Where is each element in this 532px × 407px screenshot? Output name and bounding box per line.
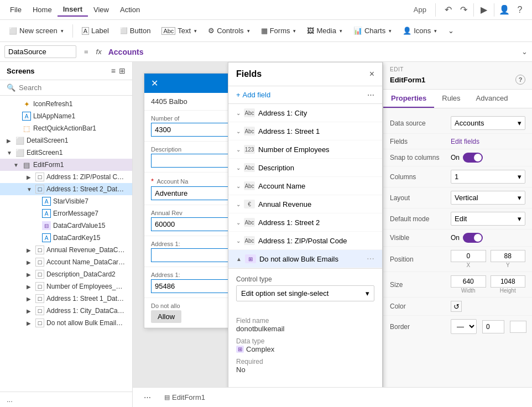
button-button[interactable]: ⬜ Button — [116, 24, 155, 37]
field-item-do-not-allow-bulk[interactable]: ▲ ⊞ Do not allow Bulk Emails ⋯ — [228, 250, 382, 268]
field-item-account-name[interactable]: ⌄ Abc Account Name — [228, 177, 382, 195]
sidebar-item-description[interactable]: ▶ □ Description_DataCard2 — [0, 268, 132, 280]
sidebar-item-datacardvalue15[interactable]: ⊟ DataCardValue15 — [0, 220, 132, 232]
sidebar-item-address-city[interactable]: ▶ □ Address 1: City_DataCard2 — [0, 305, 132, 317]
fields-panel: Fields × + Add field ⋯ ⌄ Abc Address 1: … — [228, 62, 383, 407]
snap-toggle-switch[interactable] — [463, 153, 483, 163]
text-button[interactable]: Abc Text ▾ — [157, 24, 201, 37]
canvas-address1-input[interactable] — [151, 248, 228, 262]
layout-select[interactable]: Vertical ▾ — [451, 191, 525, 205]
visible-toggle[interactable]: On — [451, 233, 525, 243]
bottom-editform-button[interactable]: ▤ EditForm1 — [160, 391, 210, 404]
canvas-address-zip-input[interactable] — [151, 279, 228, 293]
play-icon[interactable]: ▶ — [476, 2, 492, 18]
border-width-input[interactable] — [482, 320, 504, 333]
add-field-button[interactable]: + Add field — [236, 91, 270, 99]
snap-toggle[interactable]: On — [451, 153, 525, 163]
menu-view[interactable]: View — [88, 3, 114, 16]
user-icon[interactable]: 👤 — [497, 2, 512, 18]
undo-icon[interactable]: ↶ — [440, 2, 456, 18]
charts-button[interactable]: 📊 Charts ▾ — [349, 24, 396, 37]
sidebar-item-datacardkey15[interactable]: A DataCardKey15 — [0, 232, 132, 244]
datacard-icon: □ — [35, 185, 44, 194]
tab-advanced[interactable]: Advanced — [468, 90, 516, 108]
sidebar-grid-icon[interactable]: ⊞ — [119, 66, 126, 75]
sidebar-item-detailscreen1[interactable]: ▶ ⬜ DetailScreen1 — [0, 134, 132, 147]
sidebar-item-editform1[interactable]: ▼ ▤ EditForm1 — [0, 159, 132, 171]
columns-select[interactable]: 1 ▾ — [451, 170, 525, 184]
sidebar-item-address-street1[interactable]: ▶ □ Address 1: Street 1_DataC... — [0, 293, 132, 305]
columns-select-box[interactable]: 1 ▾ — [451, 170, 525, 184]
border-color-swatch[interactable] — [510, 321, 526, 333]
menu-action[interactable]: Action — [114, 3, 145, 16]
allow-button[interactable]: Allow — [151, 310, 181, 323]
sidebar-item-lblappname1[interactable]: A LblAppName1 — [0, 110, 132, 122]
fields-close-button[interactable]: × — [369, 69, 374, 79]
sidebar-item-account-name[interactable]: ▶ □ Account Name_DataCard2 — [0, 256, 132, 268]
label-button[interactable]: A Label — [77, 24, 113, 37]
tab-rules[interactable]: Rules — [434, 90, 468, 108]
sidebar-item-iconrefresh1[interactable]: ✦ IconRefresh1 — [0, 98, 132, 110]
field-item-num-employees[interactable]: ⌄ 123 Number of Employees — [228, 140, 382, 159]
sidebar-item-editscreen1[interactable]: ▼ ⬜ EditScreen1 — [0, 147, 132, 159]
sidebar-item-errormessage7[interactable]: A ErrorMessage7 — [0, 207, 132, 220]
tab-properties[interactable]: Properties — [383, 90, 434, 108]
datasource-select-box[interactable]: Accounts ▾ — [451, 116, 525, 130]
sidebar-item-num-employees[interactable]: ▶ □ Number of Employees_Dati — [0, 280, 132, 293]
field-item-address-zip[interactable]: ⌄ Abc Address 1: ZIP/Postal Code — [228, 232, 382, 250]
sidebar-item-address-zip[interactable]: ▶ □ Address 1: ZIP/Postal Code_ — [0, 171, 132, 183]
position-x-input[interactable] — [451, 250, 486, 262]
sidebar-item-annual-revenue[interactable]: ▶ □ Annual Revenue_DataCard2 — [0, 244, 132, 256]
new-screen-button[interactable]: ⬜ New screen ▾ — [4, 24, 68, 37]
default-mode-select-box[interactable]: Edit ▾ — [451, 212, 525, 226]
menu-file[interactable]: File — [4, 3, 27, 16]
sidebar-more-button[interactable]: ... — [7, 395, 13, 404]
menu-home[interactable]: Home — [27, 3, 58, 16]
visible-toggle-switch[interactable] — [463, 233, 483, 243]
default-mode-select[interactable]: Edit ▾ — [451, 212, 525, 226]
sidebar-item-rectquickactionbar1[interactable]: ⬚ RectQuickActionBar1 — [0, 122, 132, 134]
icons-button[interactable]: 👤 Icons ▾ — [398, 24, 441, 37]
sidebar-item-address-street2[interactable]: ▼ □ Address 1: Street 2_DataCar — [0, 183, 132, 195]
canvas-num-employees-input[interactable] — [151, 123, 228, 137]
formula-expand-icon[interactable]: ⌄ — [521, 48, 528, 56]
datasource-select[interactable]: DataSource — [4, 45, 76, 58]
fields-more-button[interactable]: ⋯ — [367, 91, 374, 99]
bottom-more-button[interactable]: ⋯ — [139, 391, 155, 404]
sidebar-item-starvisible7[interactable]: A StarVisible7 — [0, 195, 132, 207]
canvas-close-button[interactable]: ✕ — [151, 78, 158, 88]
size-width-input[interactable] — [451, 275, 486, 288]
position-y-input[interactable] — [491, 250, 526, 262]
equals-button[interactable]: = — [81, 46, 92, 57]
canvas-description-input[interactable] — [151, 154, 228, 168]
color-picker-button[interactable]: ↺ — [451, 301, 525, 312]
field-item-description[interactable]: ⌄ Abc Description — [228, 159, 382, 177]
datasource-select[interactable]: Accounts ▾ — [451, 116, 525, 130]
layout-select-box[interactable]: Vertical ▾ — [451, 191, 525, 205]
forms-button[interactable]: ▦ Forms ▾ — [257, 24, 301, 37]
help-icon[interactable]: ? — [512, 2, 528, 18]
field-item-annual-revenue[interactable]: ⌄ € Annual Revenue — [228, 195, 382, 213]
border-style-select[interactable]: — — [451, 319, 477, 334]
size-height-input[interactable] — [491, 275, 526, 288]
canvas-annual-revenue-input[interactable] — [151, 217, 228, 231]
more-button[interactable]: ⌄ — [444, 24, 458, 37]
field-item-address-city[interactable]: ⌄ Abc Address 1: City — [228, 104, 382, 122]
search-input[interactable] — [19, 84, 126, 92]
canvas-account-name-input[interactable] — [151, 186, 228, 200]
rp-row-visible: Visible On — [383, 229, 532, 247]
sidebar-item-do-not-allow-bulk[interactable]: ▶ □ Do not allow Bulk Emails_D... — [0, 317, 132, 329]
control-type-select[interactable]: Edit option set single-select ▾ — [236, 285, 374, 301]
field-more-button[interactable]: ⋯ — [367, 254, 374, 263]
edit-fields-link[interactable]: Edit fields — [451, 137, 525, 145]
formula-input[interactable]: Accounts — [106, 48, 517, 56]
redo-icon[interactable]: ↷ — [456, 2, 471, 18]
controls-button[interactable]: ⚙ Controls ▾ — [204, 24, 254, 37]
field-item-address-street1[interactable]: ⌄ Abc Address 1: Street 1 — [228, 122, 382, 140]
sidebar-list-icon[interactable]: ≡ — [111, 66, 116, 75]
help-button[interactable]: ? — [515, 75, 525, 85]
field-item-address-street2[interactable]: ⌄ Abc Address 1: Street 2 — [228, 213, 382, 232]
media-button[interactable]: 🖼 Media ▾ — [302, 24, 346, 37]
menu-insert[interactable]: Insert — [58, 3, 88, 17]
color-picker-icon[interactable]: ↺ — [451, 301, 462, 312]
